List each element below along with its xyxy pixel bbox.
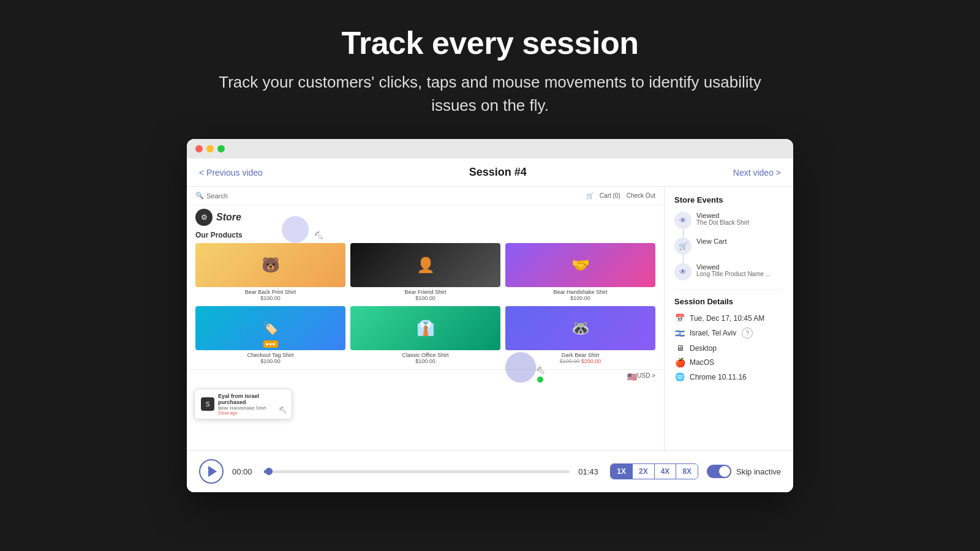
product-price-1: $100.00 [415, 295, 435, 301]
time-total: 01:43 [578, 467, 601, 476]
cart-icon: 🛒 [586, 192, 594, 199]
product-name-0: Bear Back Print Shirt [245, 289, 296, 295]
product-card-4[interactable]: 👔 Classic Office Shirt $100.00 [350, 306, 500, 364]
event-item-0: 👁 Viewed The Dot Black Shirt [674, 212, 783, 229]
product-image-1: 👤 [350, 243, 500, 287]
event-label-2: Viewed [696, 263, 771, 271]
product-card-0[interactable]: 🐻 Bear Back Print Shirt $100.00 [195, 243, 345, 301]
product-image-4: 👔 [350, 306, 500, 350]
store-logo-area: ⚙ Store [187, 205, 664, 228]
price-new-5: $200.00 [581, 358, 601, 364]
speed-2x-button[interactable]: 2X [633, 464, 655, 479]
search-icon: 🔍 [195, 192, 204, 200]
event-detail-2: Long Title Product Name ... [696, 271, 771, 277]
session-sidebar: Store Events 👁 Viewed The Dot Black Shir… [665, 187, 793, 450]
speed-8x-button[interactable]: 8X [676, 464, 698, 479]
search-placeholder-text: Search [206, 192, 228, 200]
product-image-2: 🤝 [505, 243, 655, 287]
event-icon-view-2: 👁 [674, 263, 692, 280]
detail-device: 🖥 Desktop [674, 343, 783, 353]
session-nav: < Previous video Session #4 Next video > [187, 159, 793, 187]
store-header: 🔍 Search 🛒 Cart (0) Check Out [187, 187, 664, 205]
window-minimize-dot[interactable] [206, 145, 214, 152]
cursor-arrow-notification: ↖ [277, 402, 287, 416]
detail-date: 📅 Tue, Dec 17, 10:45 AM [674, 313, 783, 323]
store-cart-nav: 🛒 Cart (0) Check Out [586, 192, 655, 199]
chrome-icon: 🌐 [674, 372, 685, 381]
detail-browser-text: Chrome 10.11.16 [690, 373, 747, 381]
product-price-5: $100.00 $200.00 [560, 358, 601, 364]
store-preview: 🔍 Search 🛒 Cart (0) Check Out ⚙ Store ↖ [187, 187, 665, 450]
detail-os: 🍎 MacOS [674, 358, 783, 367]
skip-inactive-label: Skip inactive [736, 467, 781, 476]
skip-inactive-toggle[interactable] [707, 465, 731, 478]
speed-1x-button[interactable]: 1X [611, 464, 633, 479]
play-icon [208, 466, 217, 477]
event-icon-view-0: 👁 [674, 212, 692, 229]
event-text-0: Viewed The Dot Black Shirt [696, 212, 749, 226]
session-details-title: Session Details [674, 297, 783, 306]
event-text-2: Viewed Long Title Product Name ... [696, 263, 771, 277]
detail-date-text: Tue, Dec 17, 10:45 AM [690, 314, 764, 323]
page-title: Track every session [342, 24, 639, 61]
desktop-icon: 🖥 [674, 343, 685, 353]
eye-icon-0: 👁 [679, 216, 687, 225]
speed-controls: 1X 2X 4X 8X [610, 463, 698, 479]
product-image-5: 🦝 [505, 306, 655, 350]
checkout-label[interactable]: Check Out [627, 192, 655, 199]
products-title: Our Products [187, 228, 664, 243]
event-text-1: View Cart [696, 238, 727, 245]
event-icon-cart: 🛒 [674, 238, 692, 255]
product-card-1[interactable]: 👤 Bear Friend Shirt $100.00 [350, 243, 500, 301]
detail-os-text: MacOS [690, 358, 714, 367]
detail-browser: 🌐 Chrome 10.11.16 [674, 372, 783, 381]
product-card-3[interactable]: 🏷️ ●●● Checkout Tag Shirt $100.00 [195, 306, 345, 364]
progress-thumb [265, 468, 273, 475]
product-name-5: Dark Bear Shirt [562, 352, 600, 358]
product-name-2: Bear Handshake Shirt [553, 289, 607, 295]
next-video-button[interactable]: Next video > [733, 168, 781, 178]
hero-subtitle: Track your customers' clicks, taps and m… [214, 71, 766, 117]
flag-il-icon: 🇮🇱 [674, 329, 685, 338]
detail-location: 🇮🇱 Israel, Tel Aviv ? [674, 328, 783, 339]
playback-bar: 00:00 01:43 1X 2X 4X 8X Skip inactive [187, 450, 793, 492]
cart-label[interactable]: Cart (0) [600, 192, 620, 199]
eye-icon-2: 👁 [679, 268, 687, 276]
toggle-knob [719, 466, 730, 477]
detail-location-text: Israel, Tel Aviv [690, 329, 736, 337]
progress-track[interactable] [264, 470, 570, 473]
event-detail-0: The Dot Black Shirt [696, 219, 749, 226]
help-icon[interactable]: ? [742, 328, 753, 339]
store-search[interactable]: 🔍 Search [195, 192, 228, 200]
prev-video-button[interactable]: < Previous video [199, 168, 263, 178]
session-body: 🔍 Search 🛒 Cart (0) Check Out ⚙ Store ↖ [187, 187, 793, 450]
event-label-0: Viewed [696, 212, 749, 219]
window-maximize-dot[interactable] [217, 145, 225, 152]
speed-4x-button[interactable]: 4X [655, 464, 677, 479]
calendar-icon: 📅 [674, 313, 685, 323]
product-price-2: $100.00 [570, 295, 590, 301]
product-name-1: Bear Friend Shirt [404, 289, 446, 295]
product-price-3: $100.00 [260, 358, 281, 364]
session-title: Session #4 [469, 166, 527, 179]
product-image-0: 🐻 [195, 243, 345, 287]
notification-product: Bear Handshake Shirt [218, 405, 285, 411]
event-label-1: View Cart [696, 238, 727, 245]
store-logo-text: Store [216, 212, 241, 223]
usd-label: USD > [637, 372, 655, 381]
store-logo-icon: ⚙ [195, 209, 213, 226]
cart-icon-event: 🛒 [679, 242, 688, 250]
product-price-4: $100.00 [415, 358, 435, 364]
product-price-0: $100.00 [260, 295, 281, 301]
window-close-dot[interactable] [195, 145, 203, 152]
play-button[interactable] [199, 459, 224, 484]
product-card-2[interactable]: 🤝 Bear Handshake Shirt $100.00 [505, 243, 655, 301]
product-name-4: Classic Office Shirt [402, 352, 449, 358]
browser-window: < Previous video Session #4 Next video >… [187, 139, 793, 492]
notification-content: Eyal from Israel purchased Bear Handshak… [218, 393, 285, 415]
time-current: 00:00 [232, 467, 255, 476]
products-grid: 🐻 Bear Back Print Shirt $100.00 👤 Bear F… [187, 243, 664, 369]
usd-bar[interactable]: 🇺🇸 USD > [187, 369, 664, 384]
product-image-3: 🏷️ ●●● [195, 306, 345, 350]
notification-name: Eyal from Israel purchased [218, 393, 285, 405]
